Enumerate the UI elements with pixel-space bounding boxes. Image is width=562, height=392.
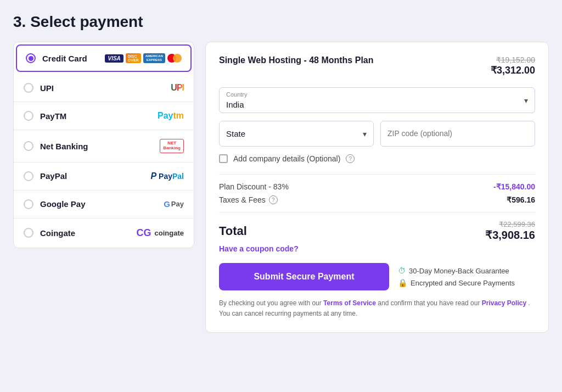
- total-original-price: ₹22,599.36: [485, 220, 535, 228]
- state-zip-row: State ▾: [219, 121, 535, 147]
- legal-text-2: and confirm that you have read our: [378, 299, 481, 307]
- submit-row: Submit Secure Payment ⏱ 30-Day Money-Bac…: [219, 263, 535, 290]
- payment-option-upi[interactable]: UPI UPI: [14, 74, 194, 102]
- net-banking-label: Net Banking: [40, 142, 88, 151]
- company-checkbox[interactable]: [219, 154, 228, 163]
- legal-text-1: By checking out you agree with our: [219, 299, 323, 307]
- discover-logo: DISCOVER: [126, 53, 141, 63]
- total-price-group: ₹22,599.36 ₹3,908.16: [485, 220, 535, 242]
- legal-text: By checking out you agree with our Terms…: [219, 298, 535, 319]
- company-row: Add company details (Optional) ?: [219, 154, 535, 163]
- page-title: 3. Select payment: [13, 13, 549, 31]
- trust-item-refund: ⏱ 30-Day Money-Back Guarantee: [398, 266, 515, 275]
- company-help-icon[interactable]: ?: [346, 154, 355, 163]
- google-pay-label: Google Pay: [40, 199, 86, 209]
- paypal-label: PayPal: [40, 171, 67, 181]
- country-select[interactable]: India United States United Kingdom: [220, 88, 535, 113]
- gpay-logo: G Pay: [164, 199, 184, 209]
- total-current-price: ₹3,908.16: [485, 228, 535, 242]
- order-panel: Single Web Hosting - 48 Months Plan ₹19,…: [205, 42, 549, 333]
- netbanking-logo: NETBanking: [160, 139, 184, 153]
- payment-option-paypal[interactable]: PayPal P PayPal: [14, 163, 194, 191]
- radio-paytm[interactable]: [24, 111, 33, 121]
- trust-badges: ⏱ 30-Day Money-Back Guarantee 🔒 Encrypte…: [398, 266, 515, 287]
- original-price: ₹19,152.00: [491, 55, 535, 64]
- taxes-row: Taxes & Fees ? ₹596.16: [219, 195, 535, 204]
- paytm-label: PayTM: [40, 111, 66, 121]
- discount-value: -₹15,840.00: [493, 182, 535, 191]
- coingate-cg-icon: CG: [137, 227, 151, 239]
- state-select[interactable]: State: [220, 121, 373, 146]
- credit-card-logos: VISA DISCOVER AMERICANEXPRESS: [105, 53, 182, 63]
- paytm-logo: Paytm: [158, 111, 184, 121]
- lock-icon: 🔒: [398, 278, 407, 287]
- taxes-help-icon[interactable]: ?: [269, 195, 278, 204]
- upi-logo-text: UPI: [171, 83, 184, 93]
- credit-card-label: Credit Card: [42, 54, 87, 63]
- payment-option-coingate[interactable]: Coingate CG coingate: [14, 219, 194, 248]
- taxes-label: Taxes & Fees ?: [219, 195, 278, 204]
- state-select-wrapper[interactable]: State ▾: [219, 121, 374, 147]
- order-header: Single Web Hosting - 48 Months Plan ₹19,…: [219, 55, 535, 76]
- submit-button[interactable]: Submit Secure Payment: [219, 263, 389, 290]
- plan-name: Single Web Hosting - 48 Months Plan: [219, 55, 374, 65]
- payment-option-google-pay[interactable]: Google Pay G Pay: [14, 191, 194, 219]
- trust-refund-text: 30-Day Money-Back Guarantee: [409, 267, 509, 275]
- netbanking-logo-text: NETBanking: [160, 139, 184, 153]
- paypal-p-icon: P: [150, 171, 156, 181]
- coupon-link[interactable]: Have a coupon code?: [219, 244, 299, 253]
- paypal-text: PayPal: [159, 172, 184, 181]
- visa-logo: VISA: [105, 54, 123, 63]
- paytm-left: PayTM: [24, 111, 66, 121]
- paypal-left: PayPal: [24, 171, 67, 181]
- coingate-logo: CG coingate: [137, 227, 184, 239]
- privacy-link[interactable]: Privacy Policy: [482, 299, 526, 307]
- zip-input-wrapper[interactable]: [380, 121, 535, 147]
- radio-upi[interactable]: [24, 83, 33, 93]
- total-label: Total: [219, 224, 247, 238]
- clock-icon: ⏱: [398, 266, 406, 275]
- total-row: Total ₹22,599.36 ₹3,908.16: [219, 220, 535, 242]
- radio-coingate[interactable]: [24, 228, 33, 238]
- trust-item-secure: 🔒 Encrypted and Secure Payments: [398, 278, 515, 287]
- taxes-value: ₹596.16: [507, 195, 535, 204]
- country-field: Country India United States United Kingd…: [219, 87, 535, 113]
- gpay-g-icon: G: [164, 199, 170, 209]
- upi-logo: UPI: [171, 83, 184, 93]
- divider-2: [219, 212, 535, 212]
- payment-option-credit-card[interactable]: Credit Card VISA DISCOVER AMERICANEXPRES…: [16, 44, 192, 72]
- company-label: Add company details (Optional): [233, 154, 340, 163]
- upi-label: UPI: [40, 83, 54, 93]
- payment-methods-panel: Credit Card VISA DISCOVER AMERICANEXPRES…: [13, 42, 194, 248]
- radio-paypal[interactable]: [24, 171, 33, 181]
- coingate-left: Coingate: [24, 228, 75, 238]
- payment-option-net-banking[interactable]: Net Banking NETBanking: [14, 130, 194, 163]
- mastercard-logo: [167, 54, 182, 63]
- radio-credit-card[interactable]: [26, 53, 36, 63]
- terms-link[interactable]: Terms of Service: [323, 299, 376, 307]
- paytm-logo-text: Paytm: [158, 111, 184, 121]
- trust-secure-text: Encrypted and Secure Payments: [411, 279, 515, 287]
- current-price: ₹3,312.00: [491, 64, 535, 76]
- divider-1: [219, 174, 535, 175]
- coingate-text: coingate: [155, 229, 184, 237]
- coingate-label: Coingate: [40, 228, 75, 238]
- discount-row: Plan Discount - 83% -₹15,840.00: [219, 182, 535, 191]
- gpay-left: Google Pay: [24, 199, 86, 209]
- discount-label: Plan Discount - 83%: [219, 182, 289, 191]
- netbanking-left: Net Banking: [24, 141, 88, 151]
- payment-option-paytm[interactable]: PayTM Paytm: [14, 102, 194, 130]
- country-select-wrapper[interactable]: Country India United States United Kingd…: [219, 87, 535, 113]
- zip-input[interactable]: [381, 121, 535, 145]
- gpay-text: Pay: [171, 200, 184, 208]
- radio-net-banking[interactable]: [24, 141, 33, 151]
- price-group: ₹19,152.00 ₹3,312.00: [491, 55, 535, 76]
- credit-card-left: Credit Card: [26, 53, 87, 63]
- upi-left: UPI: [24, 83, 54, 93]
- paypal-logo: P PayPal: [150, 171, 184, 181]
- radio-google-pay[interactable]: [24, 199, 33, 209]
- amex-logo: AMERICANEXPRESS: [143, 53, 165, 63]
- main-layout: Credit Card VISA DISCOVER AMERICANEXPRES…: [13, 42, 549, 333]
